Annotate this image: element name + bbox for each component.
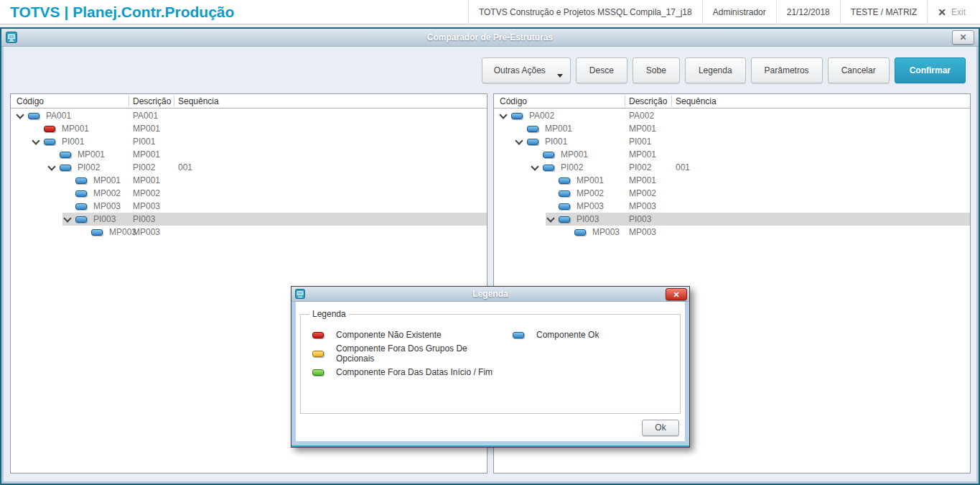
left-panel-header: Código Descrição Sequência	[11, 94, 487, 108]
node-description: MP003	[133, 227, 160, 237]
tree-row[interactable]: MP001 MP001	[494, 122, 970, 135]
parametros-button[interactable]: Parâmetros	[751, 57, 823, 83]
node-code: MP001	[62, 124, 89, 134]
company-branch-info: TESTE / MATRIZ	[840, 0, 927, 24]
tree-row[interactable]: MP003 MP003	[494, 226, 970, 239]
chevron-down-icon	[557, 74, 563, 78]
node-code: PI002	[78, 162, 100, 172]
legend-item-label: Componente Fora Dos Grupos De Opcionais	[336, 343, 507, 364]
component-status-icon	[91, 229, 103, 236]
tree-row[interactable]: MP001 MP001	[11, 174, 487, 187]
column-header-descricao: Descrição	[133, 96, 171, 106]
node-code: PI003	[93, 214, 116, 224]
tree-row[interactable]: PI002 PI002 001	[11, 161, 487, 174]
exit-label: Exit	[951, 7, 966, 17]
node-code: MP002	[577, 188, 604, 198]
tree-row[interactable]: MP002 MP002	[11, 187, 487, 200]
window-close-button[interactable]: ✕	[952, 30, 974, 45]
node-code: PI003	[577, 214, 599, 224]
component-status-icon	[44, 139, 55, 145]
tree-row[interactable]: MP003 MP003	[494, 200, 970, 213]
node-description: MP001	[133, 124, 160, 134]
tree-row[interactable]: PI001 PI001	[494, 135, 970, 148]
node-description: MP001	[629, 149, 656, 160]
component-status-icon	[527, 126, 538, 132]
node-code: MP003	[93, 201, 121, 211]
node-description: MP002	[133, 188, 160, 198]
tree-row[interactable]: PI003 PI003	[494, 213, 970, 226]
node-description: PI003	[133, 214, 155, 224]
ok-button[interactable]: Ok	[642, 420, 679, 436]
tree-row[interactable]: MP001 MP001	[494, 148, 970, 161]
node-code: PI001	[545, 137, 567, 147]
window-icon	[6, 32, 17, 43]
cancelar-button[interactable]: Cancelar	[828, 57, 890, 83]
sobe-button[interactable]: Sobe	[633, 57, 680, 83]
legend-close-button[interactable]: ✕	[666, 288, 687, 300]
component-status-icon	[60, 165, 71, 171]
component-status-icon	[28, 113, 39, 119]
legend-item: Componente Fora Das Datas Início / Fim	[312, 369, 507, 376]
chevron-down-icon[interactable]	[62, 213, 75, 226]
tree-row[interactable]: MP001 MP001	[11, 148, 487, 161]
tree-row[interactable]: MP002 MP002	[494, 187, 970, 200]
chevron-down-icon[interactable]	[514, 135, 527, 148]
component-status-icon	[574, 229, 586, 236]
confirmar-button[interactable]: Confirmar	[895, 57, 966, 83]
legend-dialog-titlebar: Legenda ✕	[291, 287, 689, 302]
node-description: MP001	[629, 175, 656, 185]
legend-columns: Componente Não Existente Componente Fora…	[307, 322, 680, 376]
legend-column-right: Componente Ok	[507, 322, 680, 376]
node-code: MP001	[93, 175, 121, 185]
window-titlebar: Comparador de Pré-Estruturas ✕	[1, 29, 979, 47]
node-code: PA001	[46, 111, 71, 121]
legend-column-left: Componente Não Existente Componente Fora…	[307, 322, 507, 376]
chevron-down-icon[interactable]	[498, 109, 511, 122]
desce-button[interactable]: Desce	[576, 57, 627, 83]
node-description: MP003	[629, 201, 656, 211]
node-sequence: 001	[676, 162, 690, 172]
tree-row[interactable]: MP001 MP001	[11, 122, 487, 135]
tree-row[interactable]: MP001 MP001	[494, 174, 970, 187]
component-status-icon	[75, 190, 87, 197]
close-icon: ✕	[938, 6, 946, 18]
outras-acoes-button[interactable]: Outras Ações	[482, 57, 571, 83]
component-status-icon	[60, 152, 71, 158]
tree-row[interactable]: PI001 PI001	[11, 135, 487, 148]
legend-groupbox-label: Legenda	[309, 309, 349, 319]
tree-row[interactable]: MP003 MP003	[11, 226, 487, 239]
column-header-sequencia: Sequência	[676, 96, 717, 106]
node-code: MP001	[545, 124, 572, 134]
component-status-icon	[513, 332, 524, 338]
legend-groupbox: Legenda Componente Não Existente Compone…	[300, 309, 681, 414]
exit-button[interactable]: ✕ Exit	[927, 0, 976, 24]
node-code: MP001	[561, 149, 588, 160]
column-header-codigo: Código	[500, 96, 527, 106]
chevron-down-icon[interactable]	[47, 161, 60, 174]
legend-item: Componente Não Existente	[312, 331, 507, 338]
chevron-down-icon[interactable]	[31, 135, 44, 148]
tree-row[interactable]: PI003 PI003	[11, 213, 487, 226]
component-status-icon	[312, 369, 324, 376]
tree-row[interactable]: PA002 PA002	[494, 109, 970, 122]
user-info: Administrador	[702, 0, 776, 24]
tree-row[interactable]: PI002 PI002 001	[494, 161, 970, 174]
node-code: MP002	[93, 188, 121, 198]
chevron-down-icon[interactable]	[530, 161, 543, 174]
column-header-descricao: Descrição	[629, 96, 667, 106]
chevron-down-icon[interactable]	[546, 213, 559, 226]
component-status-icon	[543, 165, 554, 171]
chevron-down-icon[interactable]	[15, 109, 28, 122]
legenda-button[interactable]: Legenda	[685, 57, 746, 83]
node-description: PI003	[629, 214, 651, 224]
node-code: PI002	[561, 162, 583, 172]
application-top-bar: TOTVS | Planej.Contr.Produção TOTVS Cons…	[0, 0, 980, 24]
component-status-icon	[511, 113, 523, 119]
node-code: PI001	[62, 137, 84, 147]
node-description: MP003	[629, 227, 656, 237]
component-status-icon	[559, 216, 570, 223]
window-icon	[295, 289, 305, 299]
tree-row[interactable]: MP003 MP003	[11, 200, 487, 213]
node-code: PA002	[529, 111, 554, 121]
tree-row[interactable]: PA001 PA001	[11, 109, 487, 122]
